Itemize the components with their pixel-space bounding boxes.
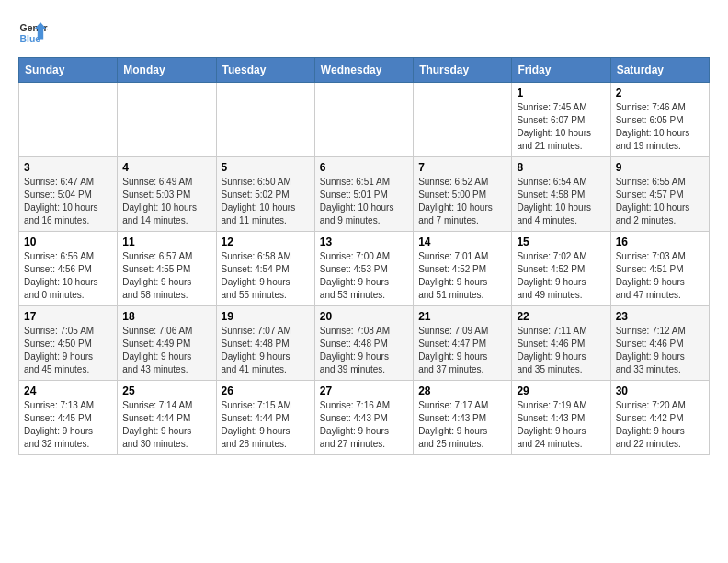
- day-info: Sunrise: 7:11 AM Sunset: 4:46 PM Dayligh…: [517, 325, 605, 376]
- calendar-table: SundayMondayTuesdayWednesdayThursdayFrid…: [18, 57, 710, 455]
- day-number: 6: [320, 161, 408, 174]
- week-row-0: 1Sunrise: 7:45 AM Sunset: 6:07 PM Daylig…: [19, 83, 710, 157]
- day-cell: 10Sunrise: 6:56 AM Sunset: 4:56 PM Dayli…: [19, 232, 118, 306]
- day-cell: 18Sunrise: 7:06 AM Sunset: 4:49 PM Dayli…: [118, 306, 216, 381]
- day-number: 7: [418, 161, 506, 174]
- day-number: 1: [517, 86, 605, 99]
- day-cell: 22Sunrise: 7:11 AM Sunset: 4:46 PM Dayli…: [512, 306, 610, 381]
- day-cell: 1Sunrise: 7:45 AM Sunset: 6:07 PM Daylig…: [512, 83, 610, 157]
- day-info: Sunrise: 7:16 AM Sunset: 4:43 PM Dayligh…: [320, 399, 408, 451]
- day-number: 25: [122, 385, 210, 397]
- day-number: 16: [616, 236, 704, 248]
- day-info: Sunrise: 7:00 AM Sunset: 4:53 PM Dayligh…: [320, 250, 408, 302]
- day-number: 29: [517, 385, 605, 397]
- day-info: Sunrise: 7:06 AM Sunset: 4:49 PM Dayligh…: [122, 325, 210, 376]
- day-info: Sunrise: 7:05 AM Sunset: 4:50 PM Dayligh…: [24, 325, 112, 376]
- day-number: 15: [517, 236, 605, 248]
- day-info: Sunrise: 7:07 AM Sunset: 4:48 PM Dayligh…: [222, 325, 310, 376]
- day-cell: 27Sunrise: 7:16 AM Sunset: 4:43 PM Dayli…: [314, 381, 413, 455]
- day-header-tuesday: Tuesday: [216, 58, 314, 83]
- calendar-body: 1Sunrise: 7:45 AM Sunset: 6:07 PM Daylig…: [19, 83, 710, 455]
- day-cell: 2Sunrise: 7:46 AM Sunset: 6:05 PM Daylig…: [610, 83, 709, 157]
- day-info: Sunrise: 7:12 AM Sunset: 4:46 PM Dayligh…: [616, 325, 704, 376]
- day-number: 8: [517, 161, 605, 174]
- week-row-1: 3Sunrise: 6:47 AM Sunset: 5:04 PM Daylig…: [19, 157, 710, 232]
- day-header-sunday: Sunday: [19, 58, 118, 83]
- day-info: Sunrise: 6:57 AM Sunset: 4:55 PM Dayligh…: [122, 250, 210, 302]
- day-number: 24: [24, 385, 112, 397]
- day-info: Sunrise: 7:03 AM Sunset: 4:51 PM Dayligh…: [616, 250, 704, 302]
- day-cell: 26Sunrise: 7:15 AM Sunset: 4:44 PM Dayli…: [216, 381, 314, 455]
- day-cell: 9Sunrise: 6:55 AM Sunset: 4:57 PM Daylig…: [610, 157, 709, 232]
- day-cell: [314, 83, 413, 157]
- day-info: Sunrise: 7:01 AM Sunset: 4:52 PM Dayligh…: [418, 250, 506, 302]
- day-info: Sunrise: 7:13 AM Sunset: 4:45 PM Dayligh…: [24, 399, 112, 451]
- day-cell: 28Sunrise: 7:17 AM Sunset: 4:43 PM Dayli…: [414, 381, 512, 455]
- day-info: Sunrise: 6:55 AM Sunset: 4:57 PM Dayligh…: [616, 176, 704, 227]
- day-info: Sunrise: 6:47 AM Sunset: 5:04 PM Dayligh…: [24, 176, 112, 227]
- day-info: Sunrise: 6:56 AM Sunset: 4:56 PM Dayligh…: [24, 250, 112, 302]
- day-header-wednesday: Wednesday: [314, 58, 413, 83]
- day-info: Sunrise: 7:14 AM Sunset: 4:44 PM Dayligh…: [122, 399, 210, 451]
- day-info: Sunrise: 7:45 AM Sunset: 6:07 PM Dayligh…: [517, 101, 605, 153]
- day-cell: [118, 83, 216, 157]
- day-info: Sunrise: 6:49 AM Sunset: 5:03 PM Dayligh…: [122, 176, 210, 227]
- day-info: Sunrise: 7:15 AM Sunset: 4:44 PM Dayligh…: [222, 399, 310, 451]
- day-cell: 5Sunrise: 6:50 AM Sunset: 5:02 PM Daylig…: [216, 157, 314, 232]
- day-info: Sunrise: 6:51 AM Sunset: 5:01 PM Dayligh…: [320, 176, 408, 227]
- day-info: Sunrise: 6:52 AM Sunset: 5:00 PM Dayligh…: [418, 176, 506, 227]
- day-number: 19: [222, 310, 310, 323]
- day-cell: 15Sunrise: 7:02 AM Sunset: 4:52 PM Dayli…: [512, 232, 610, 306]
- day-info: Sunrise: 6:50 AM Sunset: 5:02 PM Dayligh…: [222, 176, 310, 227]
- day-number: 20: [320, 310, 408, 323]
- day-number: 13: [320, 236, 408, 248]
- day-cell: 11Sunrise: 6:57 AM Sunset: 4:55 PM Dayli…: [118, 232, 216, 306]
- day-info: Sunrise: 6:58 AM Sunset: 4:54 PM Dayligh…: [222, 250, 310, 302]
- page-header: General Blue: [18, 18, 710, 48]
- day-number: 9: [616, 161, 704, 174]
- week-row-2: 10Sunrise: 6:56 AM Sunset: 4:56 PM Dayli…: [19, 232, 710, 306]
- day-cell: [19, 83, 118, 157]
- logo-icon: General Blue: [18, 18, 48, 48]
- day-cell: 19Sunrise: 7:07 AM Sunset: 4:48 PM Dayli…: [216, 306, 314, 381]
- day-cell: 4Sunrise: 6:49 AM Sunset: 5:03 PM Daylig…: [118, 157, 216, 232]
- day-cell: 7Sunrise: 6:52 AM Sunset: 5:00 PM Daylig…: [414, 157, 512, 232]
- day-header-monday: Monday: [118, 58, 216, 83]
- day-info: Sunrise: 7:20 AM Sunset: 4:42 PM Dayligh…: [616, 399, 704, 451]
- day-number: 27: [320, 385, 408, 397]
- day-number: 28: [418, 385, 506, 397]
- day-cell: 3Sunrise: 6:47 AM Sunset: 5:04 PM Daylig…: [19, 157, 118, 232]
- day-info: Sunrise: 7:19 AM Sunset: 4:43 PM Dayligh…: [517, 399, 605, 451]
- calendar-header: SundayMondayTuesdayWednesdayThursdayFrid…: [19, 58, 710, 83]
- day-cell: 8Sunrise: 6:54 AM Sunset: 4:58 PM Daylig…: [512, 157, 610, 232]
- day-info: Sunrise: 7:08 AM Sunset: 4:48 PM Dayligh…: [320, 325, 408, 376]
- day-cell: 12Sunrise: 6:58 AM Sunset: 4:54 PM Dayli…: [216, 232, 314, 306]
- header-row: SundayMondayTuesdayWednesdayThursdayFrid…: [19, 58, 710, 83]
- day-cell: 20Sunrise: 7:08 AM Sunset: 4:48 PM Dayli…: [314, 306, 413, 381]
- day-info: Sunrise: 7:09 AM Sunset: 4:47 PM Dayligh…: [418, 325, 506, 376]
- day-number: 3: [24, 161, 112, 174]
- day-cell: 6Sunrise: 6:51 AM Sunset: 5:01 PM Daylig…: [314, 157, 413, 232]
- day-number: 11: [122, 236, 210, 248]
- day-header-thursday: Thursday: [414, 58, 512, 83]
- day-info: Sunrise: 7:17 AM Sunset: 4:43 PM Dayligh…: [418, 399, 506, 451]
- logo: General Blue: [18, 18, 48, 48]
- day-info: Sunrise: 7:46 AM Sunset: 6:05 PM Dayligh…: [616, 101, 704, 153]
- day-cell: 14Sunrise: 7:01 AM Sunset: 4:52 PM Dayli…: [414, 232, 512, 306]
- day-cell: [216, 83, 314, 157]
- day-cell: [414, 83, 512, 157]
- day-cell: 24Sunrise: 7:13 AM Sunset: 4:45 PM Dayli…: [19, 381, 118, 455]
- day-number: 22: [517, 310, 605, 323]
- day-cell: 23Sunrise: 7:12 AM Sunset: 4:46 PM Dayli…: [610, 306, 709, 381]
- day-number: 14: [418, 236, 506, 248]
- day-number: 5: [222, 161, 310, 174]
- day-cell: 16Sunrise: 7:03 AM Sunset: 4:51 PM Dayli…: [610, 232, 709, 306]
- week-row-3: 17Sunrise: 7:05 AM Sunset: 4:50 PM Dayli…: [19, 306, 710, 381]
- day-number: 30: [616, 385, 704, 397]
- day-cell: 25Sunrise: 7:14 AM Sunset: 4:44 PM Dayli…: [118, 381, 216, 455]
- day-number: 2: [616, 86, 704, 99]
- day-cell: 21Sunrise: 7:09 AM Sunset: 4:47 PM Dayli…: [414, 306, 512, 381]
- day-header-friday: Friday: [512, 58, 610, 83]
- day-info: Sunrise: 7:02 AM Sunset: 4:52 PM Dayligh…: [517, 250, 605, 302]
- day-number: 12: [222, 236, 310, 248]
